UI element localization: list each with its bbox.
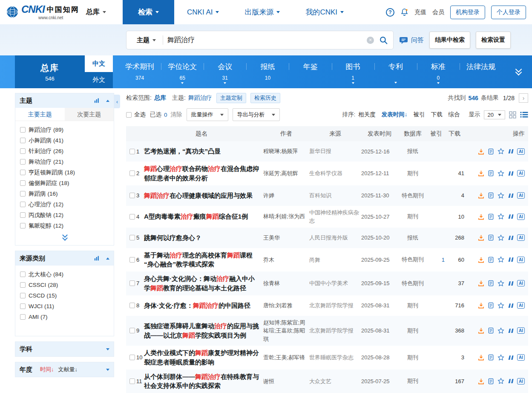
year-doc-count-sort[interactable]: 文献量↓: [58, 366, 78, 373]
result-title[interactable]: 身体·文化·疗愈：舞蹈治疗的中国路径: [144, 301, 263, 310]
subject-filter-item[interactable]: 舞蹈治疗(89): [20, 124, 109, 135]
nav-tab-1[interactable]: CNKI AI: [174, 0, 232, 24]
result-title[interactable]: 跳舞何以疗愈身心？: [144, 233, 263, 243]
checkbox[interactable]: [129, 235, 135, 240]
html-read-icon[interactable]: [488, 257, 494, 263]
favorite-icon[interactable]: [497, 256, 504, 263]
download-icon[interactable]: [478, 148, 484, 155]
qa-button[interactable]: 问答: [399, 36, 424, 44]
result-source[interactable]: 北京舞蹈学院学报: [309, 327, 361, 335]
result-authors[interactable]: 萱乾;王美;郝军锋: [263, 353, 309, 362]
expand-more-subjects-button[interactable]: [15, 233, 114, 245]
checkbox[interactable]: [20, 202, 26, 207]
favorite-icon[interactable]: [497, 378, 504, 384]
result-source[interactable]: 北京舞蹈学院学报: [309, 301, 361, 310]
sort-bars-icon[interactable]: [94, 256, 99, 261]
download-icon[interactable]: [478, 378, 484, 384]
checkbox[interactable]: [20, 159, 26, 165]
favorite-icon[interactable]: [497, 170, 504, 177]
result-title[interactable]: 舞蹈心理治疗联合药物治疗在混合焦虑抑郁症患者中的效果分析: [144, 164, 263, 183]
subject-filter-item[interactable]: 偏侧舞蹈症(18): [20, 178, 109, 188]
ai-assistant-button[interactable]: AI: [517, 170, 525, 176]
checkbox[interactable]: [129, 193, 135, 198]
download-icon[interactable]: [478, 257, 484, 263]
result-authors[interactable]: 张延芳;高朝辉: [263, 169, 309, 178]
sort-option-4[interactable]: 综合: [449, 111, 460, 118]
cite-icon[interactable]: [508, 303, 514, 308]
checkbox[interactable]: [20, 223, 26, 228]
cite-icon[interactable]: [508, 214, 514, 219]
subject-value[interactable]: 舞蹈治疗: [188, 94, 212, 102]
checkbox[interactable]: [129, 303, 135, 308]
checkbox[interactable]: [126, 112, 132, 118]
cite-icon[interactable]: [508, 355, 514, 360]
export-analyze-button[interactable]: 导出与分析: [233, 108, 280, 121]
db-nav-item-7[interactable]: 标准0: [417, 55, 460, 88]
collapse-panel-icon[interactable]: [106, 257, 109, 260]
result-title[interactable]: 从个体到群体——舞蹈治疗在特殊教育与社会支持体系中的实践探索: [144, 372, 263, 391]
cite-icon[interactable]: [508, 379, 514, 384]
cite-icon[interactable]: [508, 281, 514, 286]
favorite-icon[interactable]: [497, 280, 504, 287]
sort-option-2[interactable]: 被引: [414, 111, 425, 118]
db-nav-item-8[interactable]: 法律法规: [460, 55, 502, 88]
recharge-link[interactable]: 充值: [414, 9, 426, 16]
download-icon[interactable]: [478, 192, 484, 199]
checkbox[interactable]: [20, 272, 26, 277]
html-read-icon[interactable]: [488, 170, 494, 176]
ai-assistant-button[interactable]: AI: [517, 234, 525, 241]
subject-filter-item[interactable]: 舞动治疗(21): [20, 156, 109, 167]
subject-filter-item[interactable]: 丙戊酸钠(12): [20, 210, 109, 220]
download-icon[interactable]: [478, 354, 484, 361]
db-nav-item-3[interactable]: 报纸10: [246, 55, 289, 88]
search-field-selector[interactable]: 主题: [132, 36, 158, 44]
checkbox[interactable]: [129, 280, 135, 286]
subject-panel-header[interactable]: 主题: [15, 93, 114, 108]
result-title[interactable]: 身心共舞·文化润心：舞动治疗融入中小学舞蹈教育的理论基础与本土化路径: [144, 274, 263, 293]
db-nav-item-0[interactable]: 学术期刊374: [118, 55, 161, 88]
checkbox[interactable]: [20, 314, 26, 320]
result-authors[interactable]: 唐怡;刘若雅: [263, 301, 309, 310]
result-source[interactable]: 中国中小学美术: [309, 279, 361, 288]
checkbox[interactable]: [20, 282, 26, 288]
result-authors[interactable]: 徐青林: [263, 279, 309, 288]
nav-tab-2[interactable]: 出版来源: [232, 0, 293, 24]
discipline-header[interactable]: 学科: [15, 342, 114, 356]
result-title[interactable]: 舞蹈治疗在心理健康领域的应用与效果: [144, 191, 263, 200]
result-authors[interactable]: 程晓琳;杨频萍: [263, 147, 309, 156]
page-size-select[interactable]: 20: [484, 110, 505, 119]
favorite-icon[interactable]: [497, 354, 504, 361]
download-icon[interactable]: [478, 302, 484, 309]
result-source[interactable]: 人民日报海外版: [309, 234, 361, 242]
subject-filter-item[interactable]: 氟哌啶醇(12): [20, 220, 109, 231]
result-authors[interactable]: 许婵: [263, 191, 309, 200]
subject-custom-button[interactable]: 主题定制: [216, 93, 246, 103]
checkbox[interactable]: [129, 214, 135, 220]
collapse-panel-icon[interactable]: [106, 100, 109, 102]
checkbox[interactable]: [20, 127, 26, 133]
subject-tab-1[interactable]: 次要主题: [65, 108, 114, 121]
db-nav-item-1[interactable]: 学位论文65: [161, 55, 204, 88]
db-nav-item-2[interactable]: 会议31: [204, 55, 246, 88]
result-source[interactable]: 世界睡眠医学杂志: [309, 353, 361, 362]
checkbox[interactable]: [20, 303, 26, 309]
batch-actions-button[interactable]: 批量操作: [187, 108, 228, 121]
result-authors[interactable]: 谢恒: [263, 377, 309, 386]
next-page-button[interactable]: ›: [519, 93, 528, 103]
cite-icon[interactable]: [508, 193, 514, 198]
year-time-sort[interactable]: 时间↓: [40, 366, 54, 373]
checkbox[interactable]: [129, 257, 135, 263]
result-source[interactable]: 大众文艺: [309, 377, 361, 386]
favorite-icon[interactable]: [497, 148, 504, 155]
cite-icon[interactable]: [508, 257, 514, 262]
cite-icon[interactable]: [508, 149, 514, 154]
checkbox[interactable]: [129, 379, 135, 384]
list-view-icon[interactable]: [520, 111, 528, 118]
select-all-checkbox[interactable]: 全选: [126, 111, 146, 118]
ai-assistant-button[interactable]: AI: [517, 378, 525, 384]
checkbox[interactable]: [129, 170, 135, 176]
checkbox[interactable]: [129, 149, 135, 154]
sort-option-3[interactable]: 下载: [431, 111, 443, 118]
grid-view-icon[interactable]: [509, 111, 516, 118]
db-selector[interactable]: 总库: [86, 8, 106, 17]
